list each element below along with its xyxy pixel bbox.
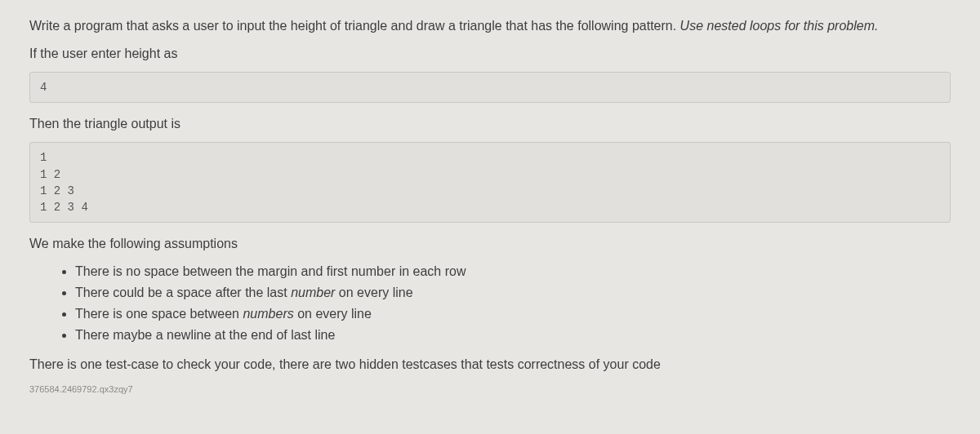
assumption-text: There is no space between the margin and… xyxy=(75,264,466,278)
triangle-output-block: 1 1 2 1 2 3 1 2 3 4 xyxy=(29,142,951,223)
footer-code: 376584.2469792.qx3zqy7 xyxy=(29,383,951,396)
assumption-text: There could be a space after the last xyxy=(75,286,291,299)
output-label: Then the triangle output is xyxy=(29,114,951,134)
list-item: There could be a space after the last nu… xyxy=(75,283,951,303)
input-code-block: 4 xyxy=(29,72,951,103)
problem-intro: Write a program that asks a user to inpu… xyxy=(29,16,951,36)
list-item: There is no space between the margin and… xyxy=(75,262,951,281)
assumption-italic: number xyxy=(291,286,335,299)
assumption-post: on every line xyxy=(294,307,372,321)
list-item: There is one space between numbers on ev… xyxy=(75,304,951,324)
assumptions-list: There is no space between the margin and… xyxy=(29,262,951,345)
assumption-post: on every line xyxy=(335,286,412,299)
intro-text: Write a program that asks a user to inpu… xyxy=(29,19,680,33)
assumption-italic: numbers xyxy=(243,307,293,321)
input-value: 4 xyxy=(40,81,47,94)
list-item: There maybe a newline at the end of last… xyxy=(75,326,951,345)
assumption-text: There maybe a newline at the end of last… xyxy=(75,328,335,342)
prompt-enter-height: If the user enter height as xyxy=(29,44,951,64)
assumptions-heading: We make the following assumptions xyxy=(29,234,951,254)
testcase-note: There is one test-case to check your cod… xyxy=(29,355,951,374)
intro-italic: Use nested loops for this problem. xyxy=(680,19,879,33)
assumption-text: There is one space between xyxy=(75,307,243,321)
